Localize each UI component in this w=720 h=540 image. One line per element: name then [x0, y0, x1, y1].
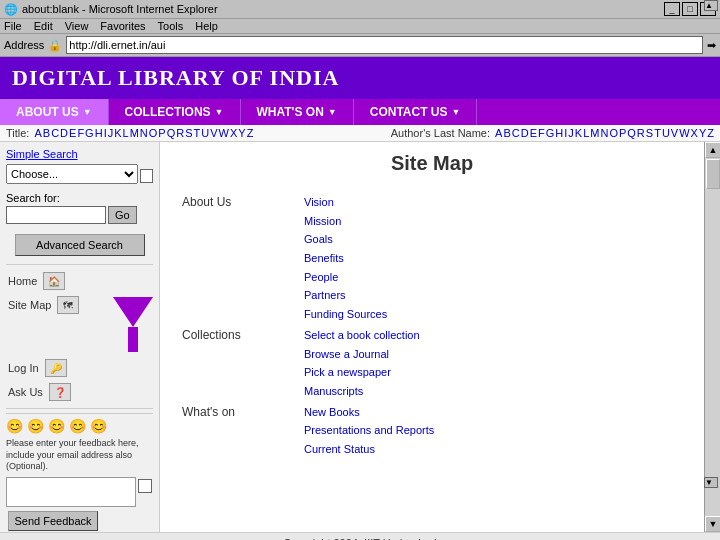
alpha-auth-z[interactable]: Z: [707, 127, 714, 139]
alpha-title-t[interactable]: T: [194, 127, 201, 139]
scroll-up-button[interactable]: ▲: [705, 142, 720, 158]
nav-collections[interactable]: Collections ▼: [109, 99, 241, 125]
feedback-textarea[interactable]: [6, 477, 136, 507]
alpha-title-w[interactable]: W: [219, 127, 229, 139]
link-select-book[interactable]: Select a book collection: [304, 326, 682, 345]
emoji-1[interactable]: 😊: [6, 418, 23, 434]
search-input[interactable]: [6, 206, 106, 224]
link-browse-journal[interactable]: Browse a Journal: [304, 345, 682, 364]
link-new-books[interactable]: New Books: [304, 403, 682, 422]
menu-view[interactable]: View: [65, 20, 89, 32]
alpha-auth-j[interactable]: J: [568, 127, 574, 139]
menu-tools[interactable]: Tools: [158, 20, 184, 32]
alpha-title-l[interactable]: L: [123, 127, 129, 139]
alpha-auth-v[interactable]: V: [671, 127, 678, 139]
alpha-title-c[interactable]: C: [51, 127, 59, 139]
alpha-title-j[interactable]: J: [108, 127, 114, 139]
alpha-title-i[interactable]: I: [104, 127, 107, 139]
login-link[interactable]: Log In 🔑: [6, 356, 153, 380]
alpha-title-g[interactable]: G: [85, 127, 94, 139]
alpha-title-x[interactable]: X: [230, 127, 237, 139]
alpha-auth-u[interactable]: U: [662, 127, 670, 139]
alpha-auth-n[interactable]: N: [600, 127, 608, 139]
menu-favorites[interactable]: Favorites: [100, 20, 145, 32]
alpha-title-r[interactable]: R: [176, 127, 184, 139]
feedback-checkbox[interactable]: [138, 479, 152, 493]
emoji-4[interactable]: 😊: [69, 418, 86, 434]
alpha-auth-y[interactable]: Y: [699, 127, 706, 139]
alpha-auth-h[interactable]: H: [555, 127, 563, 139]
scroll-down-button[interactable]: ▼: [705, 516, 720, 532]
alpha-auth-i[interactable]: I: [564, 127, 567, 139]
alpha-auth-k[interactable]: K: [575, 127, 582, 139]
link-goals[interactable]: Goals: [304, 230, 682, 249]
alpha-title-z[interactable]: Z: [247, 127, 254, 139]
alpha-title-b[interactable]: B: [43, 127, 50, 139]
minimize-button[interactable]: _: [664, 2, 680, 16]
alpha-auth-o[interactable]: O: [609, 127, 618, 139]
alpha-auth-r[interactable]: R: [637, 127, 645, 139]
alpha-auth-t[interactable]: T: [654, 127, 661, 139]
maximize-button[interactable]: □: [682, 2, 698, 16]
alpha-auth-b[interactable]: B: [503, 127, 510, 139]
go-arrow-icon[interactable]: ➡: [707, 39, 716, 52]
simple-search-link[interactable]: Simple Search: [6, 148, 153, 160]
alpha-auth-x[interactable]: X: [691, 127, 698, 139]
alpha-auth-d[interactable]: D: [521, 127, 529, 139]
address-input[interactable]: [66, 36, 703, 54]
search-category-select[interactable]: Choose...: [6, 164, 138, 184]
alpha-title-v[interactable]: V: [210, 127, 217, 139]
alpha-title-o[interactable]: O: [149, 127, 158, 139]
scroll-thumb[interactable]: [706, 159, 720, 189]
link-current-status[interactable]: Current Status: [304, 440, 682, 459]
alpha-title-s[interactable]: S: [185, 127, 192, 139]
alpha-title-y[interactable]: Y: [238, 127, 245, 139]
alpha-title-f[interactable]: F: [77, 127, 84, 139]
alpha-title-u[interactable]: U: [201, 127, 209, 139]
nav-contact-us[interactable]: Contact Us ▼: [354, 99, 478, 125]
alpha-auth-l[interactable]: L: [583, 127, 589, 139]
emoji-5[interactable]: 😊: [90, 418, 107, 434]
nav-whats-on[interactable]: What's On ▼: [241, 99, 354, 125]
menu-edit[interactable]: Edit: [34, 20, 53, 32]
emoji-3[interactable]: 😊: [48, 418, 65, 434]
alpha-title-q[interactable]: Q: [167, 127, 176, 139]
link-vision[interactable]: Vision: [304, 193, 682, 212]
link-presentations[interactable]: Presentations and Reports: [304, 421, 682, 440]
link-partners[interactable]: Partners: [304, 286, 682, 305]
alpha-auth-p[interactable]: P: [619, 127, 626, 139]
alpha-auth-e[interactable]: E: [530, 127, 537, 139]
link-manuscripts[interactable]: Manuscripts: [304, 382, 682, 401]
alpha-auth-c[interactable]: C: [512, 127, 520, 139]
nav-about-us[interactable]: About Us ▼: [0, 99, 109, 125]
link-mission[interactable]: Mission: [304, 212, 682, 231]
alpha-title-m[interactable]: M: [130, 127, 139, 139]
emoji-2[interactable]: 😊: [27, 418, 44, 434]
home-link[interactable]: Home 🏠: [6, 269, 153, 293]
alpha-title-d[interactable]: D: [60, 127, 68, 139]
send-feedback-button[interactable]: Send Feedback: [8, 511, 98, 531]
alpha-auth-s[interactable]: S: [646, 127, 653, 139]
alpha-auth-g[interactable]: G: [546, 127, 555, 139]
askus-link[interactable]: Ask Us ❓: [6, 380, 153, 404]
link-benefits[interactable]: Benefits: [304, 249, 682, 268]
alpha-title-p[interactable]: P: [158, 127, 165, 139]
alpha-auth-w[interactable]: W: [679, 127, 689, 139]
alpha-auth-q[interactable]: Q: [627, 127, 636, 139]
search-checkbox[interactable]: [140, 169, 153, 183]
link-funding[interactable]: Funding Sources: [304, 305, 682, 324]
alpha-auth-m[interactable]: M: [590, 127, 599, 139]
alpha-auth-a[interactable]: A: [495, 127, 502, 139]
alpha-auth-f[interactable]: F: [538, 127, 545, 139]
advanced-search-button[interactable]: Advanced Search: [15, 234, 145, 256]
go-button[interactable]: Go: [108, 206, 137, 224]
link-pick-newspaper[interactable]: Pick a newspaper: [304, 363, 682, 382]
alpha-title-a[interactable]: A: [34, 127, 41, 139]
alpha-title-e[interactable]: E: [69, 127, 76, 139]
menu-help[interactable]: Help: [195, 20, 218, 32]
link-people[interactable]: People: [304, 268, 682, 287]
alpha-title-n[interactable]: N: [140, 127, 148, 139]
alpha-title-h[interactable]: H: [95, 127, 103, 139]
alpha-title-k[interactable]: K: [114, 127, 121, 139]
menu-file[interactable]: File: [4, 20, 22, 32]
